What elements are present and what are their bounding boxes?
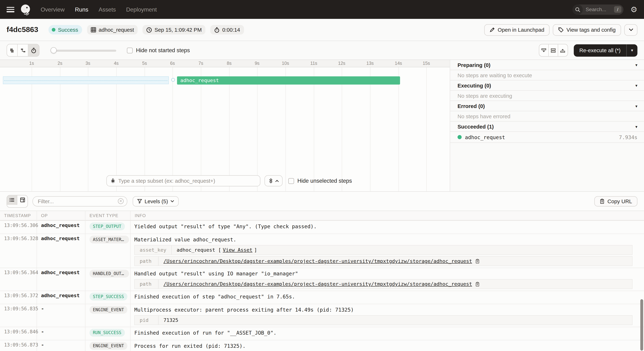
gantt-toolbar: Hide not started steps Re-execute all (*… (0, 41, 644, 59)
slider-knob[interactable] (50, 47, 57, 53)
filter-placeholder: Filter... (38, 198, 54, 204)
col-info: INFO (130, 211, 644, 220)
split-panels-button[interactable] (548, 44, 558, 56)
path-link[interactable]: /Users/erincochran/Desktop/dagster-examp… (164, 258, 472, 264)
panel-section-preparing[interactable]: Preparing (0) ▾ (450, 60, 644, 70)
structured-view-icon (20, 197, 25, 203)
job-chip[interactable]: adhoc_request (87, 25, 138, 34)
funnel-icon (137, 199, 142, 204)
top-nav: Overview Runs Assets Deployment Search..… (0, 0, 644, 19)
nav-item-assets[interactable]: Assets (98, 6, 116, 12)
start-time-chip: Sep 15, 1:09:42 PM (143, 25, 206, 34)
collapse-up-icon (560, 47, 566, 53)
cell-op: adhoc_request (37, 291, 85, 304)
table-row[interactable]: 13:09:56.306 adhoc_request STEP_OUTPUT Y… (0, 221, 644, 234)
nav-item-runs[interactable]: Runs (75, 6, 88, 12)
gantt-zoom-slider[interactable] (50, 47, 116, 53)
view-tags-config-button[interactable]: View tags and config (553, 24, 621, 35)
path-link[interactable]: /Users/erincochran/Desktop/dagster-examp… (164, 281, 472, 287)
waterfall-view-button[interactable] (18, 44, 28, 56)
run-header: f4dc5863 Success adhoc_request Sep 15, 1… (0, 19, 644, 41)
step-status-panel: Preparing (0) ▾ No steps are waiting to … (450, 60, 644, 191)
collapse-down-button[interactable] (539, 44, 548, 56)
table-row[interactable]: 13:09:56.846 - RUN_SUCCESS Finished exec… (0, 327, 644, 340)
table-row[interactable]: 13:09:56.372 adhoc_request STEP_SUCCESS … (0, 291, 644, 304)
gantt-time-axis: 1s 2s 3s 4s 5s 6s 7s 8s 9s 10s 11s 12s 1… (0, 60, 450, 67)
table-row[interactable]: 13:09:56.835 - ENGINE_EVENT Multiprocess… (0, 304, 644, 327)
panel-section-succeeded[interactable]: Succeeded (1) ▾ (450, 121, 644, 132)
copy-path-icon[interactable] (475, 281, 480, 287)
cell-timestamp: 13:09:56.372 (0, 291, 37, 304)
caret-down-icon[interactable]: ▾ (635, 104, 637, 108)
metadata-key: path (135, 257, 158, 266)
hide-unselected-label: Hide unselected steps (297, 178, 352, 184)
search-input[interactable]: Search... / (572, 4, 624, 14)
gantt-view-mode-group (6, 44, 39, 57)
panel-section-errored[interactable]: Errored (0) ▾ (450, 101, 644, 111)
tag-icon (558, 27, 564, 32)
metadata-row-asset-key: asset_key adhoc_request [ View Asset ] (134, 245, 632, 255)
copy-path-icon[interactable] (475, 259, 480, 264)
cell-timestamp: 13:09:56.846 (0, 327, 37, 340)
cell-info: Materialized value adhoc_request. (134, 236, 632, 244)
levels-dropdown[interactable]: Levels (5) (133, 196, 179, 206)
section-title: Succeeded (1) (458, 123, 494, 129)
axis-tick: 10s (278, 61, 292, 66)
panel-section-executing[interactable]: Executing (0) ▾ (450, 80, 644, 91)
metadata-key: asset_key (135, 246, 172, 255)
axis-tick: 5s (138, 61, 152, 66)
status-dot-icon (52, 28, 56, 32)
hamburger-menu-icon[interactable] (6, 7, 14, 12)
job-grid-icon (91, 27, 96, 32)
table-row[interactable]: 13:09:56.328 adhoc_request ASSET_MATERIA… (0, 234, 644, 268)
nav-item-deployment[interactable]: Deployment (126, 6, 157, 12)
succeeded-step-row[interactable]: adhoc_request 7.934s (450, 132, 644, 143)
gantt-start-marker-icon (171, 78, 175, 82)
op-selector-icon (110, 178, 116, 184)
status-label: Success (58, 27, 78, 33)
clipboard-icon (600, 199, 604, 204)
reexecute-caret-button[interactable]: ▾ (627, 44, 637, 56)
checkbox-icon (288, 178, 294, 184)
cell-op: - (37, 304, 85, 327)
flat-view-button[interactable] (7, 44, 18, 56)
log-structured-view-button[interactable] (17, 195, 28, 205)
log-filter-input[interactable]: Filter... ✕ (32, 196, 127, 206)
nav-item-overview[interactable]: Overview (41, 6, 65, 12)
pid-value: 71325 (158, 316, 183, 325)
log-list-view-button[interactable] (7, 195, 17, 205)
run-more-actions-button[interactable] (624, 24, 638, 35)
log-table-body: 13:09:56.306 adhoc_request STEP_OUTPUT Y… (0, 221, 644, 351)
caret-down-icon[interactable]: ▾ (635, 124, 637, 129)
copy-url-button[interactable]: Copy URL (594, 196, 637, 206)
axis-tick: 14s (391, 61, 406, 66)
caret-down-icon[interactable]: ▾ (635, 63, 637, 67)
view-asset-link[interactable]: View Asset (223, 247, 252, 253)
step-subset-input[interactable]: Type a step subset (ex: adhoc_request+) (106, 175, 260, 186)
timed-view-button[interactable] (28, 44, 39, 56)
reexecute-all-label[interactable]: Re-execute all (*) (574, 44, 627, 56)
cell-op: - (37, 340, 85, 351)
vertical-scrollbar[interactable] (640, 299, 643, 351)
hide-not-started-checkbox[interactable]: Hide not started steps (127, 47, 190, 53)
dagster-logo[interactable] (20, 4, 31, 15)
collapse-up-button[interactable] (558, 44, 567, 56)
step-subset-apply-button[interactable] (264, 175, 282, 186)
metadata-row-path: path /Users/erincochran/Desktop/dagster-… (134, 279, 632, 289)
gear-icon[interactable]: ⚙ (630, 5, 638, 13)
cell-timestamp: 13:09:56.306 (0, 221, 37, 234)
axis-tick: 8s (222, 61, 236, 66)
col-timestamp: TIMESTAMP (0, 211, 37, 220)
table-row[interactable]: 13:09:56.873 - ENGINE_EVENT Process for … (0, 340, 644, 351)
hide-unselected-checkbox[interactable]: Hide unselected steps (288, 178, 352, 184)
caret-down-icon[interactable]: ▾ (635, 83, 637, 88)
open-in-launchpad-button[interactable]: Open in Launchpad (484, 24, 550, 35)
duration-chip: 0:00:14 (210, 25, 244, 34)
table-row[interactable]: 13:09:56.364 adhoc_request HANDLED_OUTPU… (0, 268, 644, 291)
cell-timestamp: 13:09:56.835 (0, 304, 37, 327)
axis-tick: 15s (419, 61, 433, 66)
gantt-step-bar[interactable]: adhoc_request (177, 76, 400, 85)
reexecute-all-button[interactable]: Re-execute all (*) ▾ (574, 44, 637, 56)
collapse-down-icon (541, 47, 546, 53)
clear-filter-icon[interactable]: ✕ (118, 198, 124, 204)
